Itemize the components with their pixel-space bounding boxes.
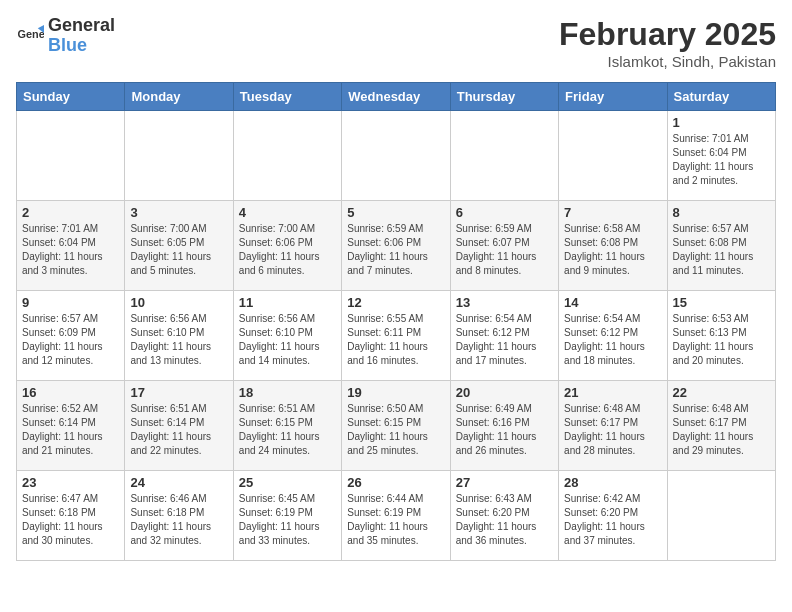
day-info: Sunrise: 6:50 AM Sunset: 6:15 PM Dayligh… — [347, 402, 444, 458]
day-info: Sunrise: 7:00 AM Sunset: 6:06 PM Dayligh… — [239, 222, 336, 278]
logo: General General Blue — [16, 16, 115, 56]
calendar-cell: 4Sunrise: 7:00 AM Sunset: 6:06 PM Daylig… — [233, 201, 341, 291]
day-number: 25 — [239, 475, 336, 490]
day-info: Sunrise: 6:54 AM Sunset: 6:12 PM Dayligh… — [564, 312, 661, 368]
title-section: February 2025 Islamkot, Sindh, Pakistan — [559, 16, 776, 70]
day-number: 15 — [673, 295, 770, 310]
calendar-cell: 21Sunrise: 6:48 AM Sunset: 6:17 PM Dayli… — [559, 381, 667, 471]
day-info: Sunrise: 6:56 AM Sunset: 6:10 PM Dayligh… — [239, 312, 336, 368]
day-info: Sunrise: 6:47 AM Sunset: 6:18 PM Dayligh… — [22, 492, 119, 548]
day-number: 20 — [456, 385, 553, 400]
day-info: Sunrise: 6:48 AM Sunset: 6:17 PM Dayligh… — [564, 402, 661, 458]
calendar-week-5: 23Sunrise: 6:47 AM Sunset: 6:18 PM Dayli… — [17, 471, 776, 561]
calendar-cell: 8Sunrise: 6:57 AM Sunset: 6:08 PM Daylig… — [667, 201, 775, 291]
day-number: 19 — [347, 385, 444, 400]
day-info: Sunrise: 6:59 AM Sunset: 6:06 PM Dayligh… — [347, 222, 444, 278]
day-number: 27 — [456, 475, 553, 490]
day-info: Sunrise: 6:49 AM Sunset: 6:16 PM Dayligh… — [456, 402, 553, 458]
day-info: Sunrise: 7:01 AM Sunset: 6:04 PM Dayligh… — [673, 132, 770, 188]
calendar-cell: 6Sunrise: 6:59 AM Sunset: 6:07 PM Daylig… — [450, 201, 558, 291]
day-info: Sunrise: 6:56 AM Sunset: 6:10 PM Dayligh… — [130, 312, 227, 368]
day-number: 6 — [456, 205, 553, 220]
calendar-cell: 16Sunrise: 6:52 AM Sunset: 6:14 PM Dayli… — [17, 381, 125, 471]
calendar-cell: 20Sunrise: 6:49 AM Sunset: 6:16 PM Dayli… — [450, 381, 558, 471]
calendar-week-2: 2Sunrise: 7:01 AM Sunset: 6:04 PM Daylig… — [17, 201, 776, 291]
calendar-cell — [559, 111, 667, 201]
calendar-cell: 24Sunrise: 6:46 AM Sunset: 6:18 PM Dayli… — [125, 471, 233, 561]
calendar-cell — [342, 111, 450, 201]
day-number: 11 — [239, 295, 336, 310]
calendar-subtitle: Islamkot, Sindh, Pakistan — [559, 53, 776, 70]
day-info: Sunrise: 6:58 AM Sunset: 6:08 PM Dayligh… — [564, 222, 661, 278]
day-header-friday: Friday — [559, 83, 667, 111]
calendar-cell: 22Sunrise: 6:48 AM Sunset: 6:17 PM Dayli… — [667, 381, 775, 471]
day-number: 3 — [130, 205, 227, 220]
calendar-cell: 7Sunrise: 6:58 AM Sunset: 6:08 PM Daylig… — [559, 201, 667, 291]
day-info: Sunrise: 6:52 AM Sunset: 6:14 PM Dayligh… — [22, 402, 119, 458]
calendar-cell: 28Sunrise: 6:42 AM Sunset: 6:20 PM Dayli… — [559, 471, 667, 561]
calendar-cell: 12Sunrise: 6:55 AM Sunset: 6:11 PM Dayli… — [342, 291, 450, 381]
day-header-thursday: Thursday — [450, 83, 558, 111]
day-number: 12 — [347, 295, 444, 310]
calendar-cell: 19Sunrise: 6:50 AM Sunset: 6:15 PM Dayli… — [342, 381, 450, 471]
day-info: Sunrise: 6:51 AM Sunset: 6:14 PM Dayligh… — [130, 402, 227, 458]
day-number: 4 — [239, 205, 336, 220]
calendar-cell: 14Sunrise: 6:54 AM Sunset: 6:12 PM Dayli… — [559, 291, 667, 381]
calendar-cell — [125, 111, 233, 201]
calendar-cell: 1Sunrise: 7:01 AM Sunset: 6:04 PM Daylig… — [667, 111, 775, 201]
calendar-cell — [450, 111, 558, 201]
calendar-cell: 3Sunrise: 7:00 AM Sunset: 6:05 PM Daylig… — [125, 201, 233, 291]
calendar-cell: 13Sunrise: 6:54 AM Sunset: 6:12 PM Dayli… — [450, 291, 558, 381]
calendar-header-row: SundayMondayTuesdayWednesdayThursdayFrid… — [17, 83, 776, 111]
day-info: Sunrise: 6:45 AM Sunset: 6:19 PM Dayligh… — [239, 492, 336, 548]
calendar-cell — [17, 111, 125, 201]
day-info: Sunrise: 7:00 AM Sunset: 6:05 PM Dayligh… — [130, 222, 227, 278]
calendar-cell: 23Sunrise: 6:47 AM Sunset: 6:18 PM Dayli… — [17, 471, 125, 561]
day-info: Sunrise: 6:57 AM Sunset: 6:08 PM Dayligh… — [673, 222, 770, 278]
day-header-monday: Monday — [125, 83, 233, 111]
day-info: Sunrise: 6:59 AM Sunset: 6:07 PM Dayligh… — [456, 222, 553, 278]
day-number: 9 — [22, 295, 119, 310]
day-info: Sunrise: 6:43 AM Sunset: 6:20 PM Dayligh… — [456, 492, 553, 548]
day-info: Sunrise: 6:44 AM Sunset: 6:19 PM Dayligh… — [347, 492, 444, 548]
day-info: Sunrise: 6:54 AM Sunset: 6:12 PM Dayligh… — [456, 312, 553, 368]
day-info: Sunrise: 6:51 AM Sunset: 6:15 PM Dayligh… — [239, 402, 336, 458]
day-info: Sunrise: 6:42 AM Sunset: 6:20 PM Dayligh… — [564, 492, 661, 548]
calendar-cell — [233, 111, 341, 201]
calendar-cell: 15Sunrise: 6:53 AM Sunset: 6:13 PM Dayli… — [667, 291, 775, 381]
calendar-cell: 5Sunrise: 6:59 AM Sunset: 6:06 PM Daylig… — [342, 201, 450, 291]
day-number: 8 — [673, 205, 770, 220]
logo-blue: Blue — [48, 35, 87, 55]
day-number: 24 — [130, 475, 227, 490]
calendar-cell — [667, 471, 775, 561]
calendar-cell: 10Sunrise: 6:56 AM Sunset: 6:10 PM Dayli… — [125, 291, 233, 381]
day-number: 2 — [22, 205, 119, 220]
calendar-cell: 2Sunrise: 7:01 AM Sunset: 6:04 PM Daylig… — [17, 201, 125, 291]
day-number: 5 — [347, 205, 444, 220]
calendar-cell: 9Sunrise: 6:57 AM Sunset: 6:09 PM Daylig… — [17, 291, 125, 381]
day-number: 28 — [564, 475, 661, 490]
day-info: Sunrise: 6:48 AM Sunset: 6:17 PM Dayligh… — [673, 402, 770, 458]
calendar-cell: 17Sunrise: 6:51 AM Sunset: 6:14 PM Dayli… — [125, 381, 233, 471]
day-number: 26 — [347, 475, 444, 490]
day-number: 17 — [130, 385, 227, 400]
day-number: 16 — [22, 385, 119, 400]
day-info: Sunrise: 6:57 AM Sunset: 6:09 PM Dayligh… — [22, 312, 119, 368]
logo-icon: General — [16, 22, 44, 50]
calendar-week-3: 9Sunrise: 6:57 AM Sunset: 6:09 PM Daylig… — [17, 291, 776, 381]
day-header-tuesday: Tuesday — [233, 83, 341, 111]
calendar-cell: 18Sunrise: 6:51 AM Sunset: 6:15 PM Dayli… — [233, 381, 341, 471]
day-number: 10 — [130, 295, 227, 310]
calendar-cell: 25Sunrise: 6:45 AM Sunset: 6:19 PM Dayli… — [233, 471, 341, 561]
day-number: 7 — [564, 205, 661, 220]
calendar-week-4: 16Sunrise: 6:52 AM Sunset: 6:14 PM Dayli… — [17, 381, 776, 471]
header: General General Blue February 2025 Islam… — [16, 16, 776, 70]
calendar-cell: 27Sunrise: 6:43 AM Sunset: 6:20 PM Dayli… — [450, 471, 558, 561]
day-header-sunday: Sunday — [17, 83, 125, 111]
day-info: Sunrise: 6:55 AM Sunset: 6:11 PM Dayligh… — [347, 312, 444, 368]
calendar-week-1: 1Sunrise: 7:01 AM Sunset: 6:04 PM Daylig… — [17, 111, 776, 201]
calendar-title: February 2025 — [559, 16, 776, 53]
calendar-table: SundayMondayTuesdayWednesdayThursdayFrid… — [16, 82, 776, 561]
day-info: Sunrise: 7:01 AM Sunset: 6:04 PM Dayligh… — [22, 222, 119, 278]
day-number: 14 — [564, 295, 661, 310]
